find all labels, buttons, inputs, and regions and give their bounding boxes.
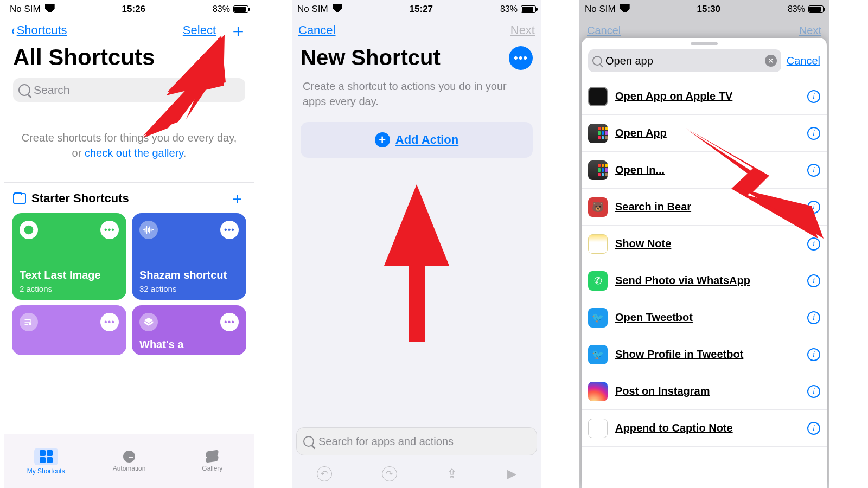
status-bar: No SIM 15:26 83%: [4, 0, 254, 18]
more-icon[interactable]: [100, 221, 119, 239]
info-icon[interactable]: i: [807, 348, 820, 361]
battery-icon: [521, 5, 536, 13]
back-label: Shortcuts: [17, 23, 67, 37]
shortcut-tile[interactable]: What's a: [132, 305, 246, 355]
result-label: Search in Bear: [615, 201, 800, 213]
intro-text: Create shortcuts for things you do every…: [4, 105, 254, 182]
result-label: Show Note: [615, 237, 800, 250]
select-button[interactable]: Select: [183, 23, 216, 37]
page-title: New Shortcut: [301, 46, 441, 70]
info-icon[interactable]: i: [807, 237, 820, 251]
battery-pct: 83%: [788, 4, 805, 14]
tab-gallery[interactable]: Gallery: [171, 434, 254, 488]
action-search-input[interactable]: Search for apps and actions: [296, 427, 537, 455]
wifi-icon: [620, 4, 630, 15]
speech-plus-icon: [20, 221, 38, 239]
search-placeholder: Search: [34, 84, 70, 97]
plus-circle-icon: +: [375, 132, 390, 147]
add-action-label: Add Action: [395, 133, 459, 147]
screen-search-actions: No SIM 15:30 83% Cancel Next Open app ✕ …: [579, 0, 829, 488]
section-add-button[interactable]: ＋: [229, 193, 245, 204]
result-label: Send Photo via WhatsApp: [615, 274, 800, 287]
more-icon[interactable]: [220, 221, 239, 239]
shortcut-tile[interactable]: Shazam shortcut 32 actions: [132, 213, 246, 300]
tab-bar: My Shortcuts Automation Gallery: [4, 434, 254, 488]
svg-marker-4: [384, 184, 449, 342]
search-icon: [18, 84, 30, 96]
battery-pct: 83%: [500, 4, 518, 14]
battery-icon: [233, 5, 248, 13]
search-input[interactable]: Open app ✕: [588, 49, 781, 72]
info-icon[interactable]: i: [807, 90, 820, 103]
search-input[interactable]: Search: [13, 78, 245, 102]
more-icon[interactable]: [100, 313, 119, 331]
cancel-button[interactable]: Cancel: [298, 23, 335, 37]
info-icon[interactable]: i: [807, 274, 820, 287]
share-button[interactable]: ⇪: [446, 466, 457, 481]
sheet-handle[interactable]: [691, 42, 718, 45]
gallery-link[interactable]: check out the gallery: [85, 147, 183, 159]
search-icon: [303, 436, 314, 447]
page-title: All Shortcuts: [4, 42, 254, 75]
tab-label: My Shortcuts: [27, 467, 65, 475]
clear-button[interactable]: ✕: [765, 55, 777, 67]
result-row[interactable]: Post on Instagram i: [582, 373, 827, 410]
result-row[interactable]: Open In... i: [582, 152, 827, 189]
info-icon[interactable]: i: [807, 311, 820, 324]
result-label: Append to Captio Note: [615, 422, 800, 434]
info-icon[interactable]: i: [807, 201, 820, 214]
tab-my-shortcuts[interactable]: My Shortcuts: [4, 434, 87, 488]
results-list: Open App on Apple TV i Open App i Open I…: [582, 78, 827, 447]
screen-all-shortcuts: No SIM 15:26 83% ‹ Shortcuts Select ＋ Al…: [4, 0, 254, 488]
add-action-button[interactable]: + Add Action: [301, 122, 533, 158]
search-placeholder: Search for apps and actions: [318, 435, 454, 448]
layers-icon: [139, 313, 158, 331]
search-icon: [592, 56, 602, 66]
carrier-text: No SIM: [297, 4, 328, 15]
bear-icon: 🐻: [588, 197, 608, 217]
undo-button[interactable]: ↶: [317, 466, 332, 481]
tab-label: Gallery: [202, 465, 222, 472]
section-header: Starter Shortcuts ＋: [4, 183, 254, 210]
battery-icon: [808, 5, 824, 13]
clock-text: 15:30: [697, 4, 720, 15]
shortcut-tile[interactable]: Text Last Image 2 actions: [12, 213, 126, 300]
info-icon[interactable]: i: [807, 164, 820, 177]
tile-sub: 2 actions: [20, 284, 52, 293]
tile-label: Shazam shortcut: [139, 269, 239, 281]
result-row[interactable]: Append to Captio Note i: [582, 410, 827, 447]
tile-label: What's a: [139, 338, 239, 351]
section-title: Starter Shortcuts: [31, 191, 129, 206]
result-label: Show Profile in Tweetbot: [615, 348, 800, 361]
result-row[interactable]: 🐦 Show Profile in Tweetbot i: [582, 336, 827, 373]
result-row[interactable]: 🐦 Open Tweetbot i: [582, 299, 827, 336]
info-icon[interactable]: i: [807, 127, 820, 140]
tab-automation[interactable]: Automation: [87, 434, 170, 488]
redo-button[interactable]: ↷: [382, 466, 397, 481]
details-button[interactable]: •••: [509, 46, 533, 70]
result-row[interactable]: Open App on Apple TV i: [582, 78, 827, 115]
result-row[interactable]: Show Note i: [582, 226, 827, 262]
result-label: Open In...: [615, 164, 800, 176]
app-grid-icon: [588, 124, 608, 143]
clock-text: 15:27: [410, 4, 433, 15]
shortcut-tile[interactable]: [12, 305, 126, 355]
add-shortcut-button[interactable]: ＋: [229, 25, 247, 36]
cancel-search-button[interactable]: Cancel: [787, 55, 820, 67]
folder-icon: [13, 193, 26, 204]
wifi-icon: [333, 4, 342, 15]
info-icon[interactable]: i: [807, 385, 820, 398]
run-button[interactable]: ▶: [507, 467, 516, 481]
more-icon[interactable]: [220, 313, 239, 331]
tweetbot-icon: 🐦: [588, 345, 608, 364]
tile-label: Text Last Image: [20, 269, 119, 281]
back-button[interactable]: ‹ Shortcuts: [11, 22, 67, 39]
result-row[interactable]: 🐻 Search in Bear i: [582, 189, 827, 226]
nav-bar: Cancel Next: [292, 18, 541, 42]
captio-icon: [588, 419, 608, 438]
waveform-icon: [139, 221, 158, 239]
next-button[interactable]: Next: [510, 23, 535, 37]
result-row[interactable]: ✆ Send Photo via WhatsApp i: [582, 262, 827, 299]
result-row[interactable]: Open App i: [582, 115, 827, 152]
info-icon[interactable]: i: [807, 422, 820, 435]
